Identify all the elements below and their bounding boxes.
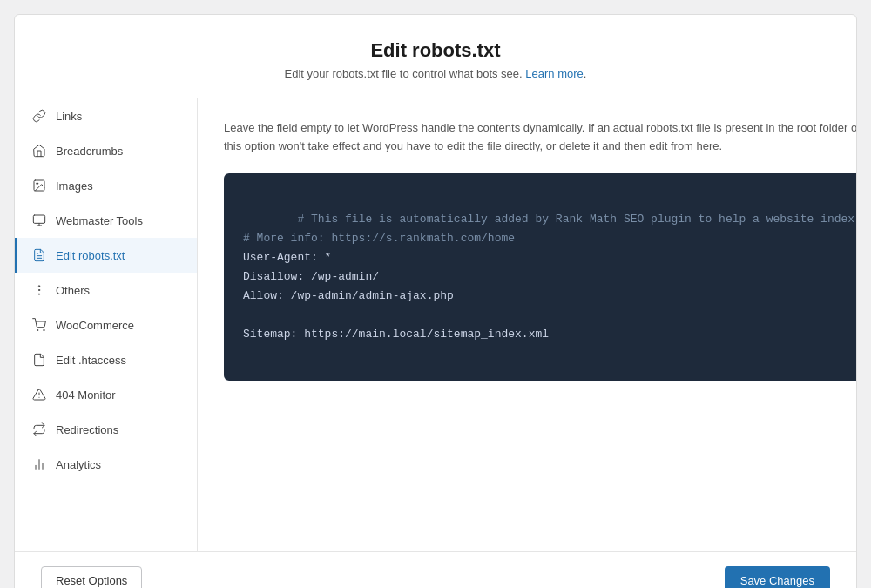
robots-allow: Allow: /wp-admin/admin-ajax.php [243,289,454,302]
page-footer: Reset Options Save Changes [15,551,856,588]
sidebar-item-analytics-label: Analytics [56,458,101,471]
sidebar-item-breadcrumbs-label: Breadcrumbs [56,145,123,158]
edit-htaccess-icon [31,352,47,368]
sidebar-item-404-monitor-label: 404 Monitor [56,389,116,402]
svg-rect-2 [33,215,44,223]
webmaster-tools-icon [31,213,47,228]
sidebar-item-links-label: Links [56,110,82,123]
reset-options-button[interactable]: Reset Options [41,566,142,588]
sidebar-item-images[interactable]: Images [15,168,197,203]
sidebar-item-others[interactable]: Others [15,273,197,308]
robots-comment-1: # This file is automatically added by Ra… [297,213,857,226]
images-icon [31,178,47,193]
woocommerce-icon [31,317,47,333]
svg-point-10 [37,329,37,330]
main-content: Leave the field empty to let WordPress h… [198,98,857,551]
sidebar-item-webmaster-tools-label: Webmaster Tools [56,214,143,227]
page-title: Edit robots.txt [32,39,839,62]
svg-point-11 [44,329,44,330]
page-header: Edit robots.txt Edit your robots.txt fil… [15,15,856,98]
others-icon [31,282,47,298]
svg-point-7 [38,289,39,290]
robots-sitemap: Sitemap: https://main.local/sitemap_inde… [243,328,549,341]
links-icon [31,108,47,124]
sidebar-item-edit-robots-label: Edit robots.txt [56,249,125,262]
redirections-icon [31,422,47,437]
sidebar-item-analytics[interactable]: Analytics [15,447,197,482]
robots-disallow: Disallow: /wp-admin/ [243,270,379,283]
svg-point-9 [38,294,39,294]
breadcrumbs-icon [31,143,47,159]
sidebar-item-redirections[interactable]: Redirections [15,412,197,447]
sidebar-item-links[interactable]: Links [15,98,197,133]
sidebar-item-edit-robots[interactable]: Edit robots.txt [15,238,197,273]
sidebar: Links Breadcrumbs Images Webmaster Tools [15,98,198,551]
sidebar-item-woocommerce[interactable]: WooCommerce [15,308,197,342]
save-changes-button[interactable]: Save Changes [725,566,830,588]
sidebar-item-breadcrumbs[interactable]: Breadcrumbs [15,133,197,168]
description-text: Edit your robots.txt file to control wha… [285,67,523,80]
page-subtitle: Edit your robots.txt file to control wha… [32,67,839,80]
svg-point-8 [38,286,39,287]
sidebar-item-edit-htaccess-label: Edit .htaccess [56,354,126,367]
robots-user-agent: User-Agent: * [243,251,331,264]
learn-more-link[interactable]: Learn more [525,67,583,80]
content-area: Links Breadcrumbs Images Webmaster Tools [15,98,856,551]
sidebar-item-edit-htaccess[interactable]: Edit .htaccess [15,342,197,377]
404-monitor-icon [31,387,47,402]
analytics-icon [31,456,47,472]
robots-editor[interactable]: # This file is automatically added by Ra… [224,173,857,382]
main-description: Leave the field empty to let WordPress h… [224,119,857,156]
sidebar-item-redirections-label: Redirections [56,423,118,436]
sidebar-item-404-monitor[interactable]: 404 Monitor [15,377,197,412]
sidebar-item-woocommerce-label: WooCommerce [56,319,134,332]
robots-comment-2: # More info: https://s.rankmath.com/home [243,232,515,245]
edit-robots-icon [31,247,47,263]
page-wrapper: Edit robots.txt Edit your robots.txt fil… [14,14,857,588]
sidebar-item-webmaster-tools[interactable]: Webmaster Tools [15,203,197,238]
sidebar-item-others-label: Others [56,284,90,297]
sidebar-item-images-label: Images [56,179,93,193]
svg-point-1 [37,183,38,185]
